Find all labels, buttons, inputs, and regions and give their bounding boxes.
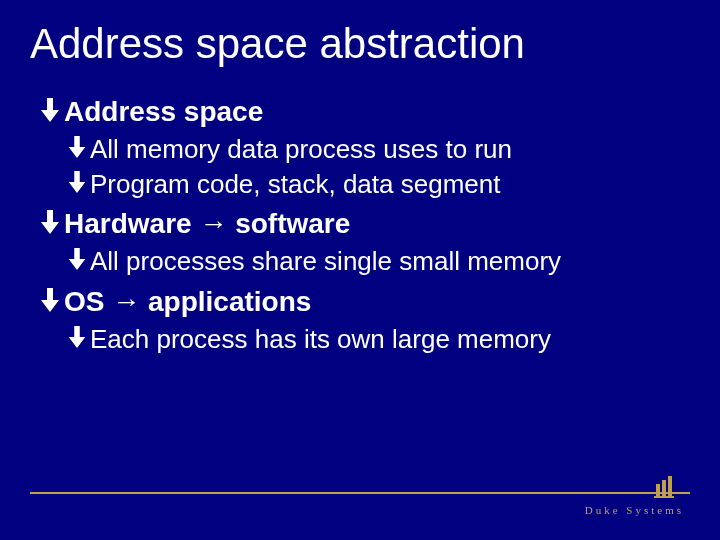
slide-title: Address space abstraction bbox=[30, 20, 690, 68]
down-arrow-icon bbox=[38, 208, 62, 236]
bullet-address-space: Address space bbox=[38, 96, 690, 128]
slide-body: Address space All memory data process us… bbox=[30, 96, 690, 355]
subbullet-processes-share: All processes share single small memory bbox=[66, 246, 690, 277]
subbullet-memory-data: All memory data process uses to run bbox=[66, 134, 690, 165]
text-pre: OS bbox=[64, 286, 112, 317]
down-arrow-icon bbox=[66, 169, 88, 195]
subbullet-program-code: Program code, stack, data segment bbox=[66, 169, 690, 200]
bullet-os-applications: OS → applications bbox=[38, 286, 690, 318]
right-arrow-icon: → bbox=[199, 208, 227, 239]
down-arrow-icon bbox=[38, 286, 62, 314]
bullet-text: OS → applications bbox=[64, 286, 311, 318]
bullet-text: All processes share single small memory bbox=[90, 246, 561, 277]
svg-rect-3 bbox=[654, 496, 674, 498]
down-arrow-icon bbox=[66, 134, 88, 160]
footer-brand: Duke Systems bbox=[585, 504, 684, 516]
text-post: applications bbox=[140, 286, 311, 317]
down-arrow-icon bbox=[66, 324, 88, 350]
bullet-text: Each process has its own large memory bbox=[90, 324, 551, 355]
building-icon bbox=[654, 474, 678, 498]
right-arrow-icon: → bbox=[112, 286, 140, 317]
svg-rect-0 bbox=[656, 484, 660, 496]
bullet-text: Hardware → software bbox=[64, 208, 350, 240]
bullet-text: Address space bbox=[64, 96, 263, 128]
down-arrow-icon bbox=[38, 96, 62, 124]
bullet-hardware-software: Hardware → software bbox=[38, 208, 690, 240]
bullet-text: Program code, stack, data segment bbox=[90, 169, 500, 200]
text-post: software bbox=[227, 208, 350, 239]
subbullet-own-memory: Each process has its own large memory bbox=[66, 324, 690, 355]
bullet-text: All memory data process uses to run bbox=[90, 134, 512, 165]
slide: Address space abstraction Address space … bbox=[0, 0, 720, 540]
text-pre: Hardware bbox=[64, 208, 199, 239]
footer-divider bbox=[30, 492, 690, 494]
down-arrow-icon bbox=[66, 246, 88, 272]
